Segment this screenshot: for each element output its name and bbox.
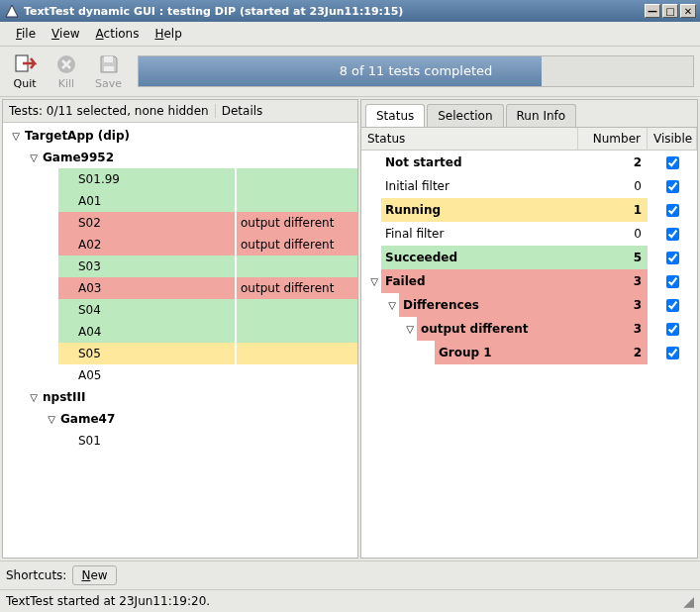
visible-checkbox[interactable] <box>666 275 679 288</box>
status-tree[interactable]: Not started2Initial filter0Running1Final… <box>361 151 697 558</box>
shortcuts-label: Shortcuts: <box>6 568 66 582</box>
status-label[interactable]: Final filter <box>381 222 582 246</box>
maximize-button[interactable]: □ <box>662 4 678 18</box>
chevron-down-icon[interactable]: ▽ <box>385 300 399 311</box>
tab-runinfo[interactable]: Run Info <box>506 104 577 127</box>
status-visible[interactable] <box>648 299 697 312</box>
visible-checkbox[interactable] <box>666 299 679 312</box>
status-visible[interactable] <box>648 204 697 217</box>
status-row[interactable]: Group 12 <box>361 341 697 364</box>
tree-suite[interactable]: Game9952 <box>41 147 357 168</box>
tree-test[interactable]: S05 <box>58 343 235 364</box>
chevron-down-icon[interactable]: ▽ <box>27 153 41 163</box>
menu-file[interactable]: File <box>8 25 44 43</box>
chevron-down-icon[interactable]: ▽ <box>27 392 41 403</box>
status-row[interactable]: Running1 <box>361 198 697 222</box>
col-status[interactable]: Status <box>361 128 578 150</box>
status-visible[interactable] <box>648 347 697 359</box>
kill-icon <box>54 52 78 76</box>
tree-test[interactable]: A01 <box>58 190 235 212</box>
status-row[interactable]: Initial filter0 <box>361 174 697 198</box>
visible-checkbox[interactable] <box>666 228 679 241</box>
tree-test-detail: output different <box>235 277 357 299</box>
tree-test-detail: output different <box>235 234 357 255</box>
status-row[interactable]: Succeeded5 <box>361 246 697 269</box>
chevron-down-icon[interactable]: ▽ <box>367 276 381 287</box>
status-visible[interactable] <box>648 156 697 169</box>
tree-test-detail <box>235 343 357 364</box>
status-row[interactable]: ▽Failed3 <box>361 269 697 293</box>
tabs: Status Selection Run Info <box>361 100 697 128</box>
tree-test[interactable]: S01.99 <box>58 168 235 190</box>
tree-suite[interactable]: npstIII <box>41 386 357 408</box>
tree-test[interactable]: A05 <box>58 364 235 386</box>
close-button[interactable]: ✕ <box>680 4 696 18</box>
visible-checkbox[interactable] <box>666 204 679 217</box>
col-number[interactable]: Number <box>578 128 648 150</box>
status-label[interactable]: Initial filter <box>381 174 582 198</box>
status-visible[interactable] <box>648 323 697 336</box>
tree-test[interactable]: A04 <box>58 321 235 343</box>
tree-test[interactable]: S02 <box>58 212 235 234</box>
tree-test-row[interactable]: S05 <box>3 343 357 364</box>
col-visible[interactable]: Visible <box>648 128 697 150</box>
status-label[interactable]: Not started <box>381 151 582 174</box>
kill-button: Kill <box>48 51 85 92</box>
status-label[interactable]: Differences <box>399 293 582 317</box>
new-shortcut-button[interactable]: New <box>72 565 116 585</box>
status-row[interactable]: ▽Differences3 <box>361 293 697 317</box>
tree-test-row[interactable]: A02output different <box>3 234 357 255</box>
tree-test-detail: output different <box>235 212 357 234</box>
quit-button[interactable]: Quit <box>6 51 44 92</box>
tree-test[interactable]: A02 <box>58 234 235 255</box>
test-tree[interactable]: ▽ TargetApp (dip) ▽ Game9952 S01.99A01S0… <box>3 123 357 558</box>
chevron-down-icon[interactable]: ▽ <box>9 131 23 142</box>
tree-test-row[interactable]: S01.99 <box>3 168 357 190</box>
tree-test[interactable]: S03 <box>58 255 235 277</box>
tab-selection[interactable]: Selection <box>427 104 503 127</box>
tree-test-row[interactable]: A01 <box>3 190 357 212</box>
resize-grip-icon[interactable]: ◢ <box>683 593 694 609</box>
status-visible[interactable] <box>648 228 697 241</box>
tree-suite[interactable]: Game47 <box>58 408 357 430</box>
tree-test[interactable]: S01 <box>76 430 357 452</box>
status-label[interactable]: Succeeded <box>381 246 582 269</box>
status-row[interactable]: ▽output different3 <box>361 317 697 341</box>
tree-test-row[interactable]: A04 <box>3 321 357 343</box>
menu-view[interactable]: View <box>44 25 87 43</box>
svg-rect-2 <box>104 56 113 62</box>
tab-status[interactable]: Status <box>365 104 425 127</box>
status-label[interactable]: Group 1 <box>435 341 582 364</box>
menu-actions[interactable]: Actions <box>88 25 148 43</box>
status-row[interactable]: Final filter0 <box>361 222 697 246</box>
visible-checkbox[interactable] <box>666 180 679 193</box>
tree-test-detail <box>235 190 357 212</box>
tree-test-row[interactable]: A05 <box>3 364 357 386</box>
visible-checkbox[interactable] <box>666 323 679 336</box>
tree-test-row[interactable]: A03output different <box>3 277 357 299</box>
status-label[interactable]: Failed <box>381 269 582 293</box>
tree-test-row[interactable]: S02output different <box>3 212 357 234</box>
status-visible[interactable] <box>648 275 697 288</box>
status-label[interactable]: Running <box>381 198 582 222</box>
status-label[interactable]: output different <box>417 317 582 341</box>
visible-checkbox[interactable] <box>666 252 679 264</box>
chevron-down-icon[interactable]: ▽ <box>403 324 417 335</box>
status-number: 3 <box>582 269 648 293</box>
menubar: File View Actions Help <box>0 22 700 47</box>
status-visible[interactable] <box>648 180 697 193</box>
tree-test-row[interactable]: S03 <box>3 255 357 277</box>
status-row[interactable]: Not started2 <box>361 151 697 174</box>
quit-label: Quit <box>14 77 37 90</box>
visible-checkbox[interactable] <box>666 347 679 359</box>
kill-label: Kill <box>58 77 74 90</box>
chevron-down-icon[interactable]: ▽ <box>45 414 58 425</box>
tree-root[interactable]: TargetApp (dip) <box>23 125 357 147</box>
visible-checkbox[interactable] <box>666 156 679 169</box>
tree-test-row[interactable]: S04 <box>3 299 357 321</box>
status-visible[interactable] <box>648 252 697 264</box>
menu-help[interactable]: Help <box>147 25 189 43</box>
tree-test[interactable]: S04 <box>58 299 235 321</box>
minimize-button[interactable]: — <box>645 4 660 18</box>
tree-test[interactable]: A03 <box>58 277 235 299</box>
